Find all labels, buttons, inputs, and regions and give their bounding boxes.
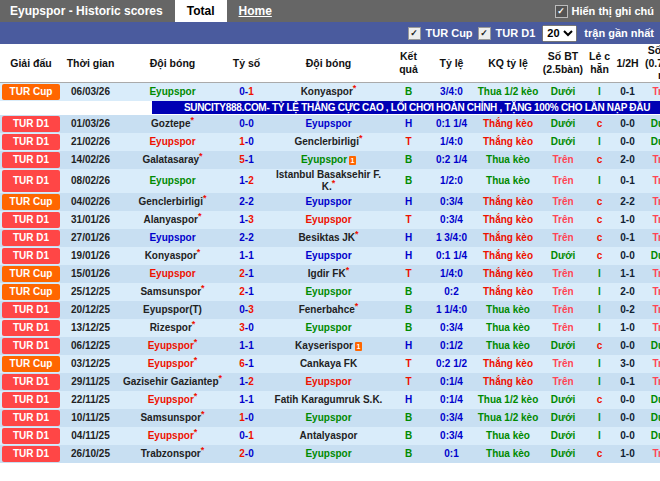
half-time-score: 0-1 bbox=[613, 229, 642, 247]
full-time-score: 1-0 bbox=[226, 133, 267, 151]
handicap-odds: 1/4:0 bbox=[427, 265, 476, 283]
match-date: 31/01/26 bbox=[62, 211, 119, 229]
column-header: Thời gian bbox=[62, 44, 119, 82]
red-card-icon: 1 bbox=[349, 156, 356, 165]
asterisk-marker: * bbox=[203, 193, 207, 203]
odd-even: l bbox=[586, 427, 613, 445]
recent-matches-select[interactable]: 20 bbox=[542, 25, 577, 42]
over-under-075: Dưới bbox=[642, 337, 660, 355]
column-header: Lẻ chẵn bbox=[586, 44, 613, 82]
over-under-25: Trên bbox=[540, 265, 586, 283]
handicap-result: Thua kèo bbox=[476, 301, 540, 319]
match-date: 22/11/25 bbox=[62, 391, 119, 409]
odd-even: l bbox=[586, 301, 613, 319]
handicap-odds: 0:3/4 bbox=[427, 319, 476, 337]
half-time-score: 0-0 bbox=[613, 247, 642, 265]
league-badge: TUR D1 bbox=[2, 410, 60, 426]
odd-even: c bbox=[586, 247, 613, 265]
handicap-result: Thua kèo bbox=[476, 319, 540, 337]
asterisk-marker: * bbox=[194, 355, 198, 365]
over-under-075: Trên bbox=[642, 169, 660, 193]
result-letter: H bbox=[390, 337, 427, 355]
full-time-score: 0-1 bbox=[226, 427, 267, 445]
away-team: Eyupspor bbox=[267, 445, 390, 463]
handicap-result: Thắng kèo bbox=[476, 229, 540, 247]
league-cell: TUR D1 bbox=[0, 211, 62, 229]
away-team: Fenerbahce* bbox=[267, 301, 390, 319]
away-team: Eyupspor bbox=[267, 115, 390, 133]
match-row: TUR D119/01/26Konyaspor*1-1EyupsporH0:1 … bbox=[0, 247, 660, 265]
home-team: Eyupspor bbox=[119, 169, 226, 193]
league-badge: TUR D1 bbox=[2, 446, 60, 462]
over-under-075: Trên bbox=[642, 211, 660, 229]
over-under-25: Dưới bbox=[540, 445, 586, 463]
match-row: TUR D104/11/25Eyupspor*0-1AntalyasporB0:… bbox=[0, 427, 660, 445]
half-time-score: 1-0 bbox=[613, 319, 642, 337]
league-badge: TUR D1 bbox=[2, 212, 60, 228]
half-time-score: 1-0 bbox=[613, 211, 642, 229]
away-team: Antalyaspor bbox=[267, 427, 390, 445]
over-under-25: Trên bbox=[540, 283, 586, 301]
asterisk-marker: * bbox=[353, 82, 357, 92]
full-time-score: 0-3 bbox=[226, 301, 267, 319]
match-row: TUR D108/02/26Eyupspor1-2Istanbul Basaks… bbox=[0, 169, 660, 193]
handicap-odds: 1 3/4:0 bbox=[427, 229, 476, 247]
column-header: KQ tỷ lệ bbox=[476, 44, 540, 82]
home-team: Galatasaray* bbox=[119, 151, 226, 169]
handicap-result: Thua 1/2 kèo bbox=[476, 82, 540, 101]
league-cell: TUR D1 bbox=[0, 169, 62, 193]
asterisk-marker: * bbox=[201, 445, 205, 455]
tab-home[interactable]: Home bbox=[227, 0, 284, 22]
odd-even: l bbox=[586, 355, 613, 373]
match-date: 25/12/25 bbox=[62, 283, 119, 301]
away-team: Eyupspor bbox=[267, 409, 390, 427]
result-letter: T bbox=[390, 133, 427, 151]
full-time-score: 0-1 bbox=[226, 82, 267, 101]
tur-d1-checkbox[interactable]: ✓ bbox=[478, 27, 491, 40]
match-row: TUR D106/12/25Eyupspor*1-1Kayserispor1H0… bbox=[0, 337, 660, 355]
odd-even: l bbox=[586, 409, 613, 427]
league-badge: TUR Cup bbox=[2, 356, 60, 372]
match-row: TUR D113/12/25Rizespor*3-0EyupsporB0:3/4… bbox=[0, 319, 660, 337]
asterisk-marker: * bbox=[201, 283, 205, 293]
over-under-25: Trên bbox=[540, 211, 586, 229]
match-date: 08/02/26 bbox=[62, 169, 119, 193]
half-time-score: 0-1 bbox=[613, 169, 642, 193]
result-letter: B bbox=[390, 409, 427, 427]
match-row: TUR D121/02/26Eyupspor1-0Genclerbirligi*… bbox=[0, 133, 660, 151]
match-date: 19/01/26 bbox=[62, 247, 119, 265]
ad-banner-link[interactable]: SUNCITY888.COM- TỶ LỆ THẮNG CỰC CAO , LỐ… bbox=[152, 101, 660, 114]
odd-even: l bbox=[586, 319, 613, 337]
over-under-25: Trên bbox=[540, 193, 586, 211]
tur-cup-checkbox[interactable]: ✓ bbox=[408, 27, 421, 40]
full-time-score: 1-1 bbox=[226, 337, 267, 355]
match-row: TUR Cup06/03/26Eyupspor0-1Konyaspor*B3/4… bbox=[0, 82, 660, 101]
column-header: Kết quả bbox=[390, 44, 427, 82]
handicap-odds: 1 1/4:0 bbox=[427, 301, 476, 319]
over-under-075: Dưới bbox=[642, 115, 660, 133]
result-letter: B bbox=[390, 82, 427, 101]
historic-scores-panel: Eyupspor - Historic scores Total Home ✓ … bbox=[0, 0, 660, 481]
half-time-score: 2-0 bbox=[613, 151, 642, 169]
over-under-25: Dưới bbox=[540, 82, 586, 101]
full-time-score: 2-2 bbox=[226, 193, 267, 211]
match-date: 14/02/26 bbox=[62, 151, 119, 169]
handicap-odds: 0:3/4 bbox=[427, 193, 476, 211]
asterisk-marker: * bbox=[219, 373, 223, 383]
result-letter: H bbox=[390, 193, 427, 211]
league-cell: TUR D1 bbox=[0, 391, 62, 409]
away-team: Eyupspor bbox=[267, 373, 390, 391]
league-cell: TUR D1 bbox=[0, 151, 62, 169]
match-date: 04/02/26 bbox=[62, 193, 119, 211]
odd-even: l bbox=[586, 82, 613, 101]
league-cell: TUR D1 bbox=[0, 301, 62, 319]
odd-even: l bbox=[586, 169, 613, 193]
over-under-075: Trên bbox=[642, 283, 660, 301]
home-team: Gazisehir Gaziantep* bbox=[119, 373, 226, 391]
home-team: Eyupspor* bbox=[119, 337, 226, 355]
show-notes-checkbox[interactable]: ✓ bbox=[555, 5, 568, 18]
league-cell: TUR D1 bbox=[0, 373, 62, 391]
tab-total[interactable]: Total bbox=[175, 0, 227, 22]
handicap-result: Thắng kèo bbox=[476, 373, 540, 391]
result-letter: B bbox=[390, 445, 427, 463]
